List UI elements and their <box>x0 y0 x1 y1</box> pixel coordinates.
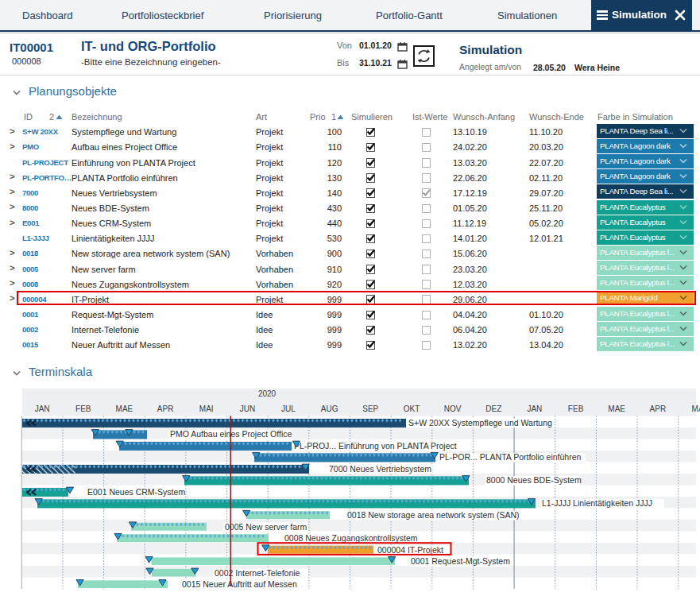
svg-text:DEZ: DEZ <box>485 404 501 413</box>
svg-text:0015 Neuer Auftritt auf Messen: 0015 Neuer Auftritt auf Messen <box>182 579 297 589</box>
svg-text:E001 Neues CRM-System: E001 Neues CRM-System <box>87 487 185 497</box>
svg-text:0018 New storage area network: 0018 New storage area network system (SA… <box>347 510 520 520</box>
svg-text:AUG: AUG <box>321 404 338 413</box>
svg-text:2020: 2020 <box>258 389 277 398</box>
svg-text:000004 IT-Projekt: 000004 IT-Projekt <box>377 545 443 555</box>
svg-text:SEP: SEP <box>362 404 378 413</box>
svg-text:JUN: JUN <box>240 404 255 413</box>
svg-text:APR: APR <box>157 404 174 413</box>
svg-text:S+W 20XX Systempflege und Wart: S+W 20XX Systempflege und Wartung <box>408 418 552 428</box>
svg-text:MAE: MAE <box>608 404 625 413</box>
svg-text:0001 Request-Mgt-System: 0001 Request-Mgt-System <box>411 556 510 566</box>
svg-text:OKT: OKT <box>404 404 420 413</box>
svg-text:MAE: MAE <box>116 404 133 413</box>
svg-text:0005 New server farm: 0005 New server farm <box>225 522 307 532</box>
svg-text:L1-JJJJ Linientätigkeiten JJJJ: L1-JJJJ Linientätigkeiten JJJJ <box>542 498 652 508</box>
svg-text:FEB: FEB <box>75 404 91 413</box>
svg-text:MAI: MAI <box>692 404 700 413</box>
svg-text:7000 Neues Vertriebsystem: 7000 Neues Vertriebsystem <box>329 464 431 474</box>
svg-text:MAI: MAI <box>199 404 214 413</box>
svg-text:APR: APR <box>650 404 667 413</box>
svg-text:NOV: NOV <box>444 404 462 413</box>
svg-text:PL-PROJ... Einführung von PLA: PL-PROJ... Einführung von PLANTA Project <box>294 441 457 451</box>
svg-text:8000 Neues BDE-System: 8000 Neues BDE-System <box>486 475 582 485</box>
svg-text:0002 Internet-Telefonie: 0002 Internet-Telefonie <box>215 568 300 578</box>
svg-text:0008 Neues Zugangskontrollsyst: 0008 Neues Zugangskontrollsystem <box>284 533 418 543</box>
svg-text:JUL: JUL <box>281 404 296 413</box>
svg-text:JAN: JAN <box>527 404 542 413</box>
svg-text:PL-POR... PLANTA Portfolio ei: PL-POR... PLANTA Portfolio einführen <box>439 452 582 462</box>
svg-text:FEB: FEB <box>568 404 584 413</box>
svg-text:JAN: JAN <box>35 404 50 413</box>
